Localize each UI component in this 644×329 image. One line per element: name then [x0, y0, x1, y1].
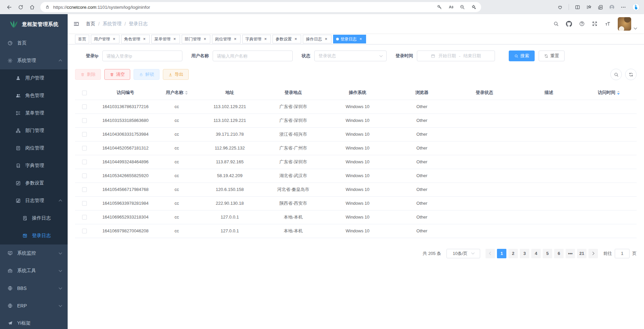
select-all-checkbox[interactable]: [82, 91, 87, 95]
fullscreen-icon[interactable]: [592, 21, 598, 27]
page-button-21[interactable]: 21: [577, 249, 586, 258]
breadcrumb-item-system[interactable]: 系统管理: [103, 21, 121, 27]
read-aloud-icon[interactable]: [448, 4, 454, 10]
sidebar-item-tool[interactable]: 系统工具: [0, 262, 68, 279]
row-checkbox[interactable]: [82, 146, 87, 151]
page-button-6[interactable]: 6: [554, 249, 564, 258]
close-icon[interactable]: ×: [293, 37, 298, 41]
sidebar-item-post[interactable]: 岗位管理: [0, 139, 68, 157]
date-range-picker[interactable]: 开始日期 - 结束日期: [417, 51, 495, 61]
github-icon[interactable]: [566, 21, 572, 27]
sidebar-item-monitor[interactable]: 系统监控: [0, 244, 68, 262]
page-size-select[interactable]: 10条/页: [446, 249, 480, 258]
row-checkbox[interactable]: [82, 160, 87, 164]
tab-post[interactable]: 岗位管理 ×: [212, 35, 241, 43]
column-header-user[interactable]: 用户名称: [157, 86, 197, 100]
status-select[interactable]: 登录状态: [314, 51, 387, 61]
sidebar-item-dict[interactable]: 字典管理: [0, 157, 68, 174]
unlock-button[interactable]: 解锁: [134, 69, 159, 80]
table-row: 1641044993248464896cc113.87.92.165广东省-深圳…: [75, 155, 637, 169]
tab-loginlog[interactable]: 登录日志 ×: [333, 35, 366, 43]
tab-operlog[interactable]: 操作日志 ×: [303, 35, 331, 43]
split-screen-icon[interactable]: [575, 4, 580, 10]
export-button[interactable]: 导出: [163, 69, 189, 80]
tab-home[interactable]: 首页: [75, 35, 89, 43]
more-icon[interactable]: [620, 4, 626, 10]
cell-status: [452, 127, 516, 141]
sidebar-item-erp[interactable]: ERP: [0, 297, 68, 315]
next-page-button[interactable]: [588, 249, 598, 258]
sidebar-item-user[interactable]: 用户管理: [0, 69, 68, 87]
prev-page-button[interactable]: [486, 249, 495, 258]
close-icon[interactable]: ×: [324, 37, 328, 41]
page-button-4[interactable]: 4: [531, 249, 541, 258]
goto-input[interactable]: [615, 249, 630, 258]
toggle-search-button[interactable]: [610, 69, 622, 80]
close-icon[interactable]: ×: [358, 37, 363, 41]
reset-button[interactable]: 重置: [539, 51, 565, 61]
sidebar-item-dept[interactable]: 部门管理: [0, 122, 68, 139]
row-checkbox[interactable]: [82, 201, 87, 206]
row-checkbox[interactable]: [82, 104, 87, 109]
page-button-1[interactable]: 1: [497, 249, 506, 258]
sidebar-item-system[interactable]: 系统管理: [0, 52, 68, 69]
page-button-2[interactable]: 2: [508, 249, 518, 258]
row-checkbox[interactable]: [82, 173, 87, 178]
back-icon[interactable]: [4, 2, 14, 12]
refresh-table-button[interactable]: [625, 69, 637, 80]
page-button-5[interactable]: 5: [543, 249, 552, 258]
tab-dept[interactable]: 部门管理 ×: [182, 35, 210, 43]
search-icon[interactable]: [553, 21, 559, 27]
tab-role[interactable]: 角色管理 ×: [121, 35, 150, 43]
address-bar[interactable]: https://ccnetcore.com:1101/system/log/lo…: [40, 2, 481, 12]
sidebar-item-yi[interactable]: Yi框架: [0, 315, 68, 329]
sidebar-item-operlog[interactable]: 操作日志: [0, 209, 68, 227]
clear-button[interactable]: 清空: [104, 69, 130, 80]
home-icon[interactable]: [27, 2, 37, 12]
sidebar-item-log[interactable]: 日志管理: [0, 192, 68, 209]
column-header-time[interactable]: 访问时间: [581, 86, 637, 100]
close-icon[interactable]: ×: [263, 37, 268, 41]
tab-menu[interactable]: 菜单管理 ×: [151, 35, 180, 43]
avatar[interactable]: [618, 17, 631, 31]
close-icon[interactable]: ×: [233, 37, 238, 41]
sidebar-item-home[interactable]: 首页: [0, 34, 68, 52]
copilot-icon[interactable]: [632, 3, 640, 11]
login-ip-input[interactable]: [102, 51, 182, 61]
tab-user[interactable]: 用户管理 ×: [91, 35, 119, 43]
cell-id: 1641053426655825920: [94, 169, 157, 183]
row-checkbox[interactable]: [82, 132, 87, 137]
row-checkbox[interactable]: [82, 229, 87, 233]
row-checkbox[interactable]: [82, 187, 87, 192]
favorites-icon[interactable]: [586, 4, 592, 10]
profile-icon[interactable]: [609, 4, 615, 10]
close-icon[interactable]: ×: [172, 37, 177, 41]
key-icon[interactable]: [437, 4, 442, 10]
help-icon[interactable]: [579, 21, 585, 27]
sidebar-item-role[interactable]: 角色管理: [0, 87, 68, 104]
row-checkbox[interactable]: [82, 215, 87, 220]
sidebar-item-loginlog[interactable]: 登录日志: [0, 227, 68, 244]
zoom-out-icon[interactable]: [460, 4, 465, 10]
sidebar-item-bbs[interactable]: BBS: [0, 279, 68, 297]
user-name-input[interactable]: [213, 51, 293, 61]
delete-button[interactable]: 删除: [75, 69, 101, 80]
tab-param[interactable]: 参数设置 ×: [273, 35, 301, 43]
refresh-icon[interactable]: [15, 2, 26, 12]
breadcrumb-item-home[interactable]: 首页: [86, 21, 95, 27]
favorite-add-icon[interactable]: [471, 4, 476, 10]
tab-dict[interactable]: 字典管理 ×: [242, 35, 271, 43]
search-button[interactable]: 搜索: [509, 51, 535, 61]
close-icon[interactable]: ×: [142, 37, 147, 41]
row-checkbox[interactable]: [82, 118, 87, 123]
close-icon[interactable]: ×: [203, 37, 207, 41]
sidebar-item-param[interactable]: 参数设置: [0, 174, 68, 192]
sidebar-item-menu[interactable]: 菜单管理: [0, 104, 68, 122]
close-icon[interactable]: ×: [112, 37, 116, 41]
font-size-icon[interactable]: [605, 21, 611, 27]
browser-essentials-icon[interactable]: [557, 4, 563, 10]
sidebar-toggle[interactable]: [73, 21, 80, 27]
collections-icon[interactable]: [598, 4, 603, 10]
more-pages-button[interactable]: •••: [566, 249, 575, 258]
page-button-3[interactable]: 3: [520, 249, 529, 258]
